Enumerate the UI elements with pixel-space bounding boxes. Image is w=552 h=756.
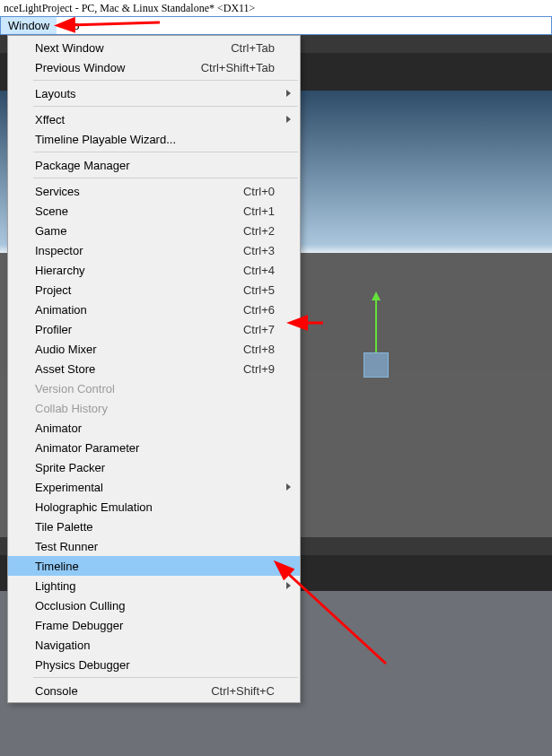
menu-label: Hierarchy bbox=[35, 264, 85, 277]
menu-shortcut: Ctrl+1 bbox=[243, 204, 275, 218]
gizmo-y-axis[interactable] bbox=[375, 299, 377, 352]
menu-animator[interactable]: Animator bbox=[8, 418, 300, 438]
menu-shortcut: Ctrl+9 bbox=[243, 362, 275, 376]
menu-label: Timeline bbox=[35, 560, 79, 573]
menu-label: Console bbox=[35, 684, 78, 698]
menu-label: Collab History bbox=[35, 402, 108, 415]
menu-shortcut: Ctrl+2 bbox=[243, 224, 275, 238]
menu-label: Tile Palette bbox=[35, 520, 93, 534]
menu-label: Profiler bbox=[35, 323, 72, 336]
menu-animation[interactable]: Animation Ctrl+6 bbox=[8, 300, 300, 319]
menu-label: Physics Debugger bbox=[35, 658, 130, 672]
menu-physics-debugger[interactable]: Physics Debugger bbox=[8, 655, 300, 674]
menu-label: Xffect bbox=[35, 113, 65, 126]
menu-label: Game bbox=[35, 224, 66, 238]
menu-navigation[interactable]: Navigation bbox=[8, 635, 300, 655]
menu-shortcut: Ctrl+3 bbox=[243, 244, 275, 257]
menu-label: Inspector bbox=[35, 244, 83, 257]
menu-label: Scene bbox=[35, 204, 68, 218]
menu-package-manager[interactable]: Package Manager bbox=[8, 155, 300, 175]
menu-label: Sprite Packer bbox=[35, 461, 105, 474]
menu-label: Services bbox=[35, 185, 80, 198]
menu-label: Project bbox=[35, 283, 71, 297]
menu-separator bbox=[33, 677, 298, 678]
menu-separator bbox=[33, 152, 298, 152]
menu-previous-window[interactable]: Previous Window Ctrl+Shift+Tab bbox=[8, 57, 300, 77]
window-menu-dropdown: Next Window Ctrl+Tab Previous Window Ctr… bbox=[7, 35, 301, 703]
menu-label: Test Runner bbox=[35, 540, 98, 553]
menu-separator bbox=[33, 178, 298, 178]
menu-collab-history: Collab History bbox=[8, 398, 300, 418]
menu-experimental[interactable]: Experimental bbox=[8, 477, 300, 497]
menu-shortcut: Ctrl+6 bbox=[243, 303, 275, 317]
menu-label: Animator Parameter bbox=[35, 441, 139, 455]
menu-label: Package Manager bbox=[35, 159, 130, 172]
menu-bar: Window elp bbox=[0, 16, 552, 35]
menu-occlusion[interactable]: Occlusion Culling bbox=[8, 595, 300, 615]
menu-label: Navigation bbox=[35, 639, 90, 652]
menu-frame-debugger[interactable]: Frame Debugger bbox=[8, 615, 300, 635]
menu-scene[interactable]: Scene Ctrl+1 bbox=[8, 201, 300, 221]
menu-shortcut: Ctrl+Shift+C bbox=[211, 684, 275, 698]
menu-inspector[interactable]: Inspector Ctrl+3 bbox=[8, 240, 300, 260]
menu-test-runner[interactable]: Test Runner bbox=[8, 536, 300, 556]
menu-label: Animation bbox=[35, 303, 87, 317]
menu-layouts[interactable]: Layouts bbox=[8, 83, 300, 103]
menu-xffect[interactable]: Xffect bbox=[8, 109, 300, 129]
menu-tile-palette[interactable]: Tile Palette bbox=[8, 517, 300, 536]
menu-label: Asset Store bbox=[35, 362, 95, 376]
menu-animator-parameter[interactable]: Animator Parameter bbox=[8, 438, 300, 457]
menu-label: Version Control bbox=[35, 382, 115, 395]
menu-next-window[interactable]: Next Window Ctrl+Tab bbox=[8, 38, 300, 57]
menu-shortcut: Ctrl+Shift+Tab bbox=[201, 61, 275, 74]
menu-hierarchy[interactable]: Hierarchy Ctrl+4 bbox=[8, 260, 300, 280]
menu-shortcut: Ctrl+0 bbox=[243, 185, 275, 198]
menu-window[interactable]: Window bbox=[1, 17, 57, 34]
menu-timeline-wizard[interactable]: Timeline Playable Wizard... bbox=[8, 129, 300, 149]
menu-label: Layouts bbox=[35, 87, 76, 100]
menu-label: Animator bbox=[35, 421, 82, 435]
menu-version-control: Version Control bbox=[8, 378, 300, 398]
menu-shortcut: Ctrl+4 bbox=[243, 264, 275, 277]
menu-shortcut: Ctrl+8 bbox=[243, 343, 275, 356]
menu-label: Lighting bbox=[35, 579, 76, 593]
menu-console[interactable]: Console Ctrl+Shift+C bbox=[8, 681, 300, 700]
menu-lighting[interactable]: Lighting bbox=[8, 576, 300, 595]
menu-label: Audio Mixer bbox=[35, 343, 97, 356]
menu-label: Frame Debugger bbox=[35, 619, 123, 632]
menu-profiler[interactable]: Profiler Ctrl+7 bbox=[8, 319, 300, 339]
menu-separator bbox=[33, 106, 298, 107]
menu-shortcut: Ctrl+Tab bbox=[231, 41, 275, 55]
menu-sprite-packer[interactable]: Sprite Packer bbox=[8, 457, 300, 477]
menu-holographic[interactable]: Holographic Emulation bbox=[8, 497, 300, 517]
menu-services[interactable]: Services Ctrl+0 bbox=[8, 181, 300, 201]
menu-shortcut: Ctrl+5 bbox=[243, 283, 275, 297]
menu-project[interactable]: Project Ctrl+5 bbox=[8, 280, 300, 300]
menu-game[interactable]: Game Ctrl+2 bbox=[8, 221, 300, 240]
gizmo-cube[interactable] bbox=[364, 352, 389, 378]
menu-separator bbox=[33, 80, 298, 81]
menu-label: Next Window bbox=[35, 41, 104, 55]
window-title: nceLightProject - PC, Mac & Linux Standa… bbox=[0, 0, 552, 16]
menu-label: Experimental bbox=[35, 481, 103, 494]
menu-label: Previous Window bbox=[35, 61, 125, 74]
menu-label: Occlusion Culling bbox=[35, 599, 125, 613]
menu-timeline[interactable]: Timeline bbox=[8, 556, 300, 576]
menu-shortcut: Ctrl+7 bbox=[243, 323, 275, 336]
menu-help[interactable]: elp bbox=[57, 17, 86, 34]
menu-audio-mixer[interactable]: Audio Mixer Ctrl+8 bbox=[8, 339, 300, 359]
menu-label: Timeline Playable Wizard... bbox=[35, 133, 176, 146]
menu-label: Holographic Emulation bbox=[35, 500, 153, 514]
menu-asset-store[interactable]: Asset Store Ctrl+9 bbox=[8, 359, 300, 378]
